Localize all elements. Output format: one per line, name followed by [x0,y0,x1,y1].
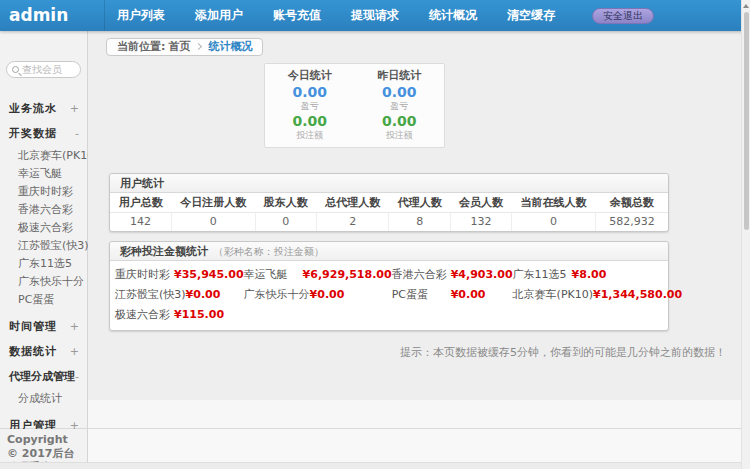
general-agents-value: 2 [316,212,389,231]
nav-withdrawal-requests[interactable]: 提现请求 [351,7,399,24]
bet-stat-item: 北京赛车(PK10) ¥1,344,580.00 [513,287,683,302]
top-menu: 用户列表 添加用户 账号充值 提现请求 统计概况 清空缓存 [105,7,585,24]
members-value: 132 [450,212,511,231]
horizontal-scrollbar[interactable] [0,462,741,469]
nav-user-list[interactable]: 用户列表 [117,7,165,24]
daily-stats-card: 今日统计 0.00 盈亏 0.00 投注额 昨日统计 0.00 盈亏 0.00 … [264,63,445,148]
nav-add-user[interactable]: 添加用户 [195,7,243,24]
col-total-users: 用户总数 [110,193,171,213]
bet-stats-panel: 彩种投注金额统计 （彩种名称：投注金额） 重庆时时彩 ¥35,945.00 幸运… [109,241,669,331]
sidebar-subitem-bj-pk10[interactable]: 北京赛车(PK10) [0,146,87,164]
nav-stats-overview[interactable]: 统计概况 [429,7,477,24]
col-online-now: 当前在线人数 [512,193,596,213]
col-today-registered: 今日注册人数 [171,193,255,213]
yesterday-profit-value: 0.00 [355,84,445,101]
search-icon [12,66,19,73]
total-users-value: 142 [110,212,171,231]
bet-stat-item: 广东11选5 ¥8.00 [513,267,683,282]
today-stats-column: 今日统计 0.00 盈亏 0.00 投注额 [265,69,355,141]
sidebar-item-lottery-data[interactable]: 开奖数据 - [0,121,87,146]
user-stats-panel: 用户统计 用户总数 今日注册人数 股东人数 总代理人数 [109,173,669,233]
table-row: 142 0 0 2 8 132 0 582,932 [110,212,668,231]
col-members: 会员人数 [450,193,511,213]
main-content: 当前位置: 首页 统计概况 今日统计 0.00 盈亏 0.00 投注额 [88,31,750,428]
bet-stat-item: 江苏骰宝(快3) ¥0.00 [115,287,244,302]
sidebar-item-time-management[interactable]: 时间管理 + [0,314,87,339]
online-now-value: 0 [512,212,596,231]
sidebar-subitem-xy-feiting[interactable]: 幸运飞艇 [0,164,87,182]
bet-stat-item: PC蛋蛋 ¥0.00 [392,287,513,302]
chevron-right-icon [195,43,202,50]
user-stats-title: 用户统计 [110,174,668,193]
logout-button[interactable]: 安全退出 [592,8,654,24]
search-input[interactable] [22,64,75,75]
collapse-minus-icon: - [75,370,79,383]
app-logo: admin [0,0,105,31]
collapse-minus-icon: - [75,127,79,140]
admin-dashboard: admin 用户列表 添加用户 账号充值 提现请求 统计概况 清空缓存 安全退出… [0,0,750,469]
member-search-box[interactable] [6,61,81,78]
breadcrumb-home-link[interactable]: 首页 [168,39,190,54]
table-header-row: 用户总数 今日注册人数 股东人数 总代理人数 代理人数 会员人数 当前在线人数 … [110,193,668,213]
col-agents: 代理人数 [389,193,450,213]
sidebar-item-business-flow[interactable]: 业务流水 + [0,96,87,121]
sidebar-subitem-js-lhc[interactable]: 极速六合彩 [0,218,87,236]
yesterday-profit-label: 盈亏 [355,101,445,112]
sidebar-subitem-commission-stats[interactable]: 分成统计 [0,389,87,407]
vertical-scrollbar[interactable] [741,0,750,469]
breadcrumb: 当前位置: 首页 统计概况 [88,31,750,56]
bet-stat-item: 极速六合彩 ¥115.00 [115,307,244,322]
today-profit-value: 0.00 [265,84,355,101]
sidebar-item-data-stats[interactable]: 数据统计 + [0,339,87,364]
sidebar-item-agent-commission[interactable]: 代理分成管理 - [0,364,87,389]
nav-account-recharge[interactable]: 账号充值 [273,7,321,24]
expand-plus-icon: + [70,345,79,358]
sidebar-subitem-gd-11x5[interactable]: 广东11选5 [0,254,87,272]
expand-plus-icon: + [70,102,79,115]
nav-clear-cache[interactable]: 清空缓存 [507,7,555,24]
bet-stat-item: 广东快乐十分 ¥0.00 [244,287,392,302]
today-stats-title: 今日统计 [265,69,355,83]
bet-stat-item: 香港六合彩 ¥4,903.00 [392,267,513,282]
yesterday-stats-title: 昨日统计 [355,69,445,83]
top-navbar: admin 用户列表 添加用户 账号充值 提现请求 统计概况 清空缓存 安全退出 [0,0,750,31]
sidebar-subitem-js-k3[interactable]: 江苏骰宝(快3) [0,236,87,254]
bet-stats-grid: 重庆时时彩 ¥35,945.00 幸运飞艇 ¥6,929,518.00 香港六合… [110,261,668,330]
yesterday-bet-label: 投注额 [355,130,445,141]
sidebar-menu: 业务流水 + 开奖数据 - 北京赛车(PK10) 幸运飞艇 重庆时时彩 香港六合… [0,96,87,469]
col-total-balance: 余额总数 [595,193,668,213]
today-bet-value: 0.00 [265,113,355,130]
bet-stats-header: 彩种投注金额统计 （彩种名称：投注金额） [110,242,668,261]
today-bet-label: 投注额 [265,130,355,141]
today-registered-value: 0 [171,212,255,231]
sidebar-subitem-pc-dandan[interactable]: PC蛋蛋 [0,290,87,308]
yesterday-bet-value: 0.00 [355,113,445,130]
expand-plus-icon: + [70,320,79,333]
breadcrumb-prefix: 当前位置: [117,39,165,54]
user-stats-table: 用户总数 今日注册人数 股东人数 总代理人数 代理人数 会员人数 当前在线人数 … [110,193,668,232]
today-profit-label: 盈亏 [265,101,355,112]
sidebar-subitem-gd-klsf[interactable]: 广东快乐十分 [0,272,87,290]
bet-stats-title: 彩种投注金额统计 [120,245,208,258]
yesterday-stats-column: 昨日统计 0.00 盈亏 0.00 投注额 [355,69,445,141]
scroll-up-arrow-icon[interactable] [743,4,749,8]
cache-hint-text: 提示：本页数据被缓存5分钟，你看到的可能是几分钟之前的数据！ [88,345,726,360]
sidebar-subitem-hk-lhc[interactable]: 香港六合彩 [0,200,87,218]
shareholders-value: 0 [255,212,316,231]
bet-stat-item: 重庆时时彩 ¥35,945.00 [115,267,244,282]
breadcrumb-current: 统计概况 [208,39,252,54]
agents-value: 8 [389,212,450,231]
col-shareholders: 股东人数 [255,193,316,213]
total-balance-value: 582,932 [595,212,668,231]
bet-stats-subtitle: （彩种名称：投注金额） [214,246,324,257]
sidebar-subitem-cq-ssc[interactable]: 重庆时时彩 [0,182,87,200]
bet-stat-item: 幸运飞艇 ¥6,929,518.00 [244,267,392,282]
scrollbar-thumb[interactable] [744,12,749,230]
sidebar: 业务流水 + 开奖数据 - 北京赛车(PK10) 幸运飞艇 重庆时时彩 香港六合… [0,31,88,428]
col-general-agents: 总代理人数 [316,193,389,213]
